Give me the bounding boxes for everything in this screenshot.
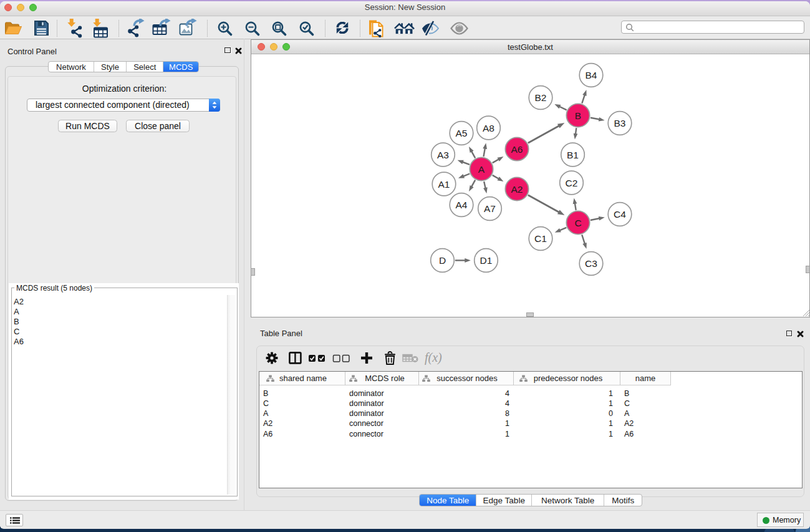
svg-text:A6: A6	[511, 144, 523, 155]
svg-text:A3: A3	[437, 150, 449, 160]
svg-text:C4: C4	[614, 209, 626, 220]
svg-text:B: B	[575, 110, 581, 121]
svg-text:D1: D1	[480, 255, 493, 266]
svg-text:B1: B1	[567, 150, 579, 160]
svg-text:B2: B2	[535, 92, 547, 103]
svg-text:C3: C3	[585, 258, 597, 269]
svg-text:C1: C1	[534, 233, 547, 244]
svg-text:A4: A4	[456, 200, 468, 210]
svg-text:A2: A2	[511, 184, 523, 195]
svg-text:C: C	[574, 218, 581, 228]
svg-text:D: D	[439, 255, 446, 266]
svg-text:B3: B3	[614, 118, 626, 128]
svg-text:A5: A5	[456, 128, 468, 138]
svg-text:C2: C2	[566, 178, 578, 188]
svg-text:A7: A7	[484, 203, 496, 214]
svg-text:B4: B4	[586, 70, 597, 80]
svg-text:A: A	[478, 164, 485, 175]
svg-text:A8: A8	[483, 123, 494, 133]
svg-text:A1: A1	[438, 179, 450, 190]
